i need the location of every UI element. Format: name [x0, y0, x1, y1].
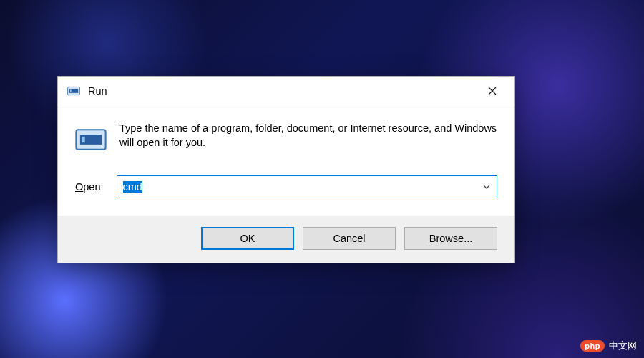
open-label: Open: — [75, 181, 104, 193]
open-combobox[interactable] — [117, 175, 497, 198]
dialog-description: Type the name of a program, folder, docu… — [119, 121, 497, 150]
svg-rect-2 — [70, 90, 72, 92]
ok-button[interactable]: OK — [201, 227, 294, 250]
close-icon — [488, 87, 497, 95]
watermark-text: 中文网 — [609, 339, 637, 352]
chevron-down-icon[interactable] — [477, 176, 497, 198]
watermark-badge: php — [580, 340, 605, 352]
run-icon-large — [75, 124, 107, 155]
cancel-button[interactable]: Cancel — [303, 227, 396, 250]
close-button[interactable] — [474, 77, 510, 105]
dialog-title: Run — [88, 85, 474, 97]
dialog-body: Type the name of a program, folder, docu… — [58, 105, 514, 216]
open-input[interactable] — [117, 176, 477, 198]
titlebar: Run — [58, 77, 514, 105]
run-icon — [67, 84, 81, 98]
svg-rect-7 — [82, 137, 85, 142]
button-row: OK Cancel Browse... — [58, 216, 514, 263]
run-dialog: Run Type the name of a program, folder, … — [57, 76, 515, 263]
watermark: php 中文网 — [580, 339, 637, 352]
browse-button[interactable]: Browse... — [404, 227, 497, 250]
